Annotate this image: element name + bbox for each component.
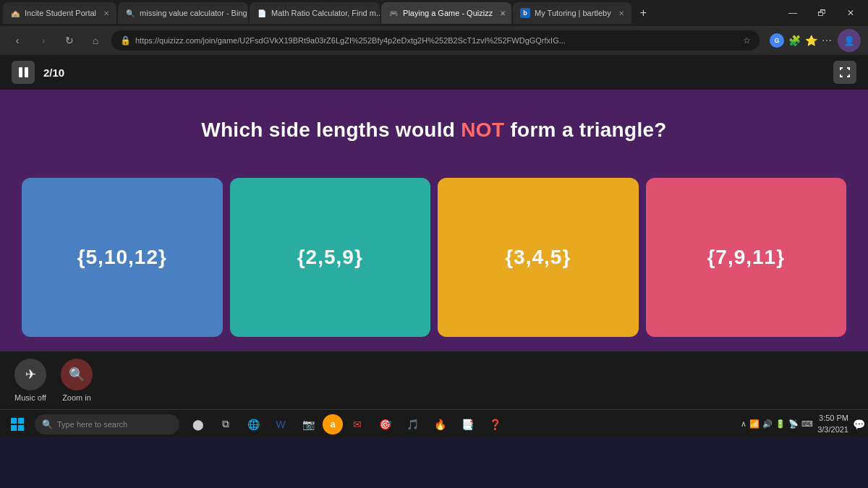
url-text: https://quizizz.com/join/game/U2FsdGVkX1… [135,36,734,45]
taskbar-gmail[interactable]: ✉ [344,411,370,437]
lock-icon: 🔒 [120,35,131,46]
svg-rect-1 [18,418,24,424]
answer-card-3[interactable]: {3,4,5} [438,178,639,337]
answer-card-4[interactable]: {7,9,11} [646,178,847,337]
pause-bar-left [19,67,22,77]
tab-quizizz[interactable]: 🎮 Playing a Game - Quizizz ✕ [381,2,511,24]
tab-favicon-bartleby: b [520,8,530,18]
profile-button[interactable]: 👤 [838,29,861,52]
music-off-button[interactable]: ✈ Music off [14,359,46,402]
taskbar-right: ∧ 📶 🔊 🔋 📡 ⌨ 3:50 PM 3/3/2021 💬 [741,413,865,435]
tab-bing[interactable]: 🔍 missing value calculator - Bing ✕ [118,2,248,24]
taskbar-app-icons: ⬤ ⧉ 🌐 W 📷 a ✉ 🎯 🎵 🔥 📑 ❓ [185,411,508,437]
svg-rect-3 [18,425,24,431]
tab-close-bartleby[interactable]: ✕ [618,9,624,17]
taskbar-search[interactable]: 🔍 Type here to search [35,414,179,435]
address-bar-icons: ☆ [743,35,751,46]
svg-rect-2 [11,425,17,431]
tab-favicon-quizizz: 🎮 [388,8,399,18]
taskbar-amazon[interactable]: a [323,414,343,435]
taskbar-cortana[interactable]: ⬤ [185,411,211,437]
tab-label-bartleby: My Tutoring | bartleby [535,9,611,17]
url-box[interactable]: 🔒 https://quizizz.com/join/game/U2FsdGVk… [111,30,760,51]
back-button[interactable]: ‹ [7,30,27,51]
bottom-bar: ✈ Music off 🔍 Zoom in [0,351,868,409]
toolbar-icons: G 🧩 ⭐ ⋯ [770,33,832,48]
zoom-in-button[interactable]: 🔍 Zoom in [61,359,93,402]
tab-favicon-math: 📄 [257,8,267,18]
question-text-before: Which side lengths would [201,119,461,141]
zoom-in-icon: 🔍 [69,367,85,382]
tab-favicon-incite: 🏫 [10,8,20,18]
game-area: Which side lengths would NOT form a tria… [0,90,868,351]
search-icon: 🔍 [42,419,53,429]
system-tray-icons: ∧ 📶 🔊 🔋 📡 ⌨ [741,419,813,429]
clock-time: 3:50 PM [817,413,848,424]
pause-button[interactable] [12,61,35,84]
refresh-button[interactable]: ↻ [59,30,80,51]
tab-bar: 🏫 Incite Student Portal ✕ 🔍 missing valu… [0,0,868,26]
answer-label-3: {3,4,5} [505,246,571,269]
answer-card-1[interactable]: {5,10,12} [22,178,223,337]
network-icon[interactable]: 📶 [749,419,760,429]
system-clock[interactable]: 3:50 PM 3/3/2021 [817,413,848,435]
taskbar-word[interactable]: W [268,411,294,437]
answer-label-4: {7,9,11} [707,246,785,269]
question-text-after: form a triangle? [504,119,666,141]
taskbar-sticky[interactable]: 📑 [454,411,480,437]
taskbar: 🔍 Type here to search ⬤ ⧉ 🌐 W 📷 a ✉ 🎯 🎵 … [0,409,868,438]
tab-close-incite[interactable]: ✕ [103,9,109,17]
music-off-icon: ✈ [25,367,36,382]
close-button[interactable]: ✕ [836,0,865,26]
taskbar-help[interactable]: ❓ [482,411,508,437]
fullscreen-icon [839,67,851,78]
clock-date: 3/3/2021 [817,424,848,435]
tab-math[interactable]: 📄 Math Ratio Calculator, Find m... ✕ [250,2,380,24]
address-bar: ‹ › ↻ ⌂ 🔒 https://quizizz.com/join/game/… [0,26,868,55]
taskbar-task-view[interactable]: ⧉ [213,411,239,437]
music-off-label: Music off [14,393,46,402]
forward-button[interactable]: › [33,30,54,51]
zoom-in-label: Zoom in [62,393,91,402]
answer-card-2[interactable]: {2,5,9} [230,178,431,337]
answer-label-2: {2,5,9} [297,246,363,269]
battery-icon[interactable]: 🔋 [775,419,786,429]
extensions-icon[interactable]: 🧩 [788,35,801,46]
favorites-icon[interactable]: ⭐ [805,35,817,46]
tab-label-incite: Incite Student Portal [25,9,96,17]
restore-button[interactable]: 🗗 [807,0,836,26]
answer-label-1: {5,10,12} [77,246,167,269]
tab-bartleby[interactable]: b My Tutoring | bartleby ✕ [513,2,631,24]
wifi-icon[interactable]: 📡 [788,419,799,429]
home-button[interactable]: ⌂ [85,30,106,51]
chevron-up-icon[interactable]: ∧ [741,419,746,429]
windows-logo-icon [11,418,24,431]
start-button[interactable] [3,410,32,439]
keyboard-icon[interactable]: ⌨ [801,419,813,429]
star-icon[interactable]: ☆ [743,35,751,46]
tab-label-quizizz: Playing a Game - Quizizz [403,9,493,17]
taskbar-spotify[interactable]: 🎵 [399,411,425,437]
tab-incite[interactable]: 🏫 Incite Student Portal ✕ [3,2,116,24]
taskbar-office[interactable]: 🎯 [372,411,398,437]
search-placeholder: Type here to search [57,420,127,429]
minimize-button[interactable]: — [778,0,807,26]
volume-icon[interactable]: 🔊 [762,419,773,429]
taskbar-fire[interactable]: 🔥 [427,411,453,437]
fullscreen-button[interactable] [833,61,856,84]
pause-bar-right [25,67,28,77]
taskbar-edge[interactable]: 🌐 [240,411,266,437]
question-counter: 2/10 [43,67,64,79]
question-text: Which side lengths would NOT form a tria… [201,119,667,142]
game-header: 2/10 [0,55,868,90]
tab-favicon-bing: 🔍 [125,8,135,18]
notification-icon[interactable]: 💬 [853,419,865,430]
taskbar-zoom[interactable]: 📷 [295,411,321,437]
tab-label-math: Math Ratio Calculator, Find m... [271,9,380,17]
question-highlight: NOT [461,119,504,141]
window-controls: — 🗗 ✕ [778,0,865,26]
music-off-icon-bg: ✈ [14,359,46,390]
new-tab-button[interactable]: + [633,7,654,20]
browser-settings-icon[interactable]: ⋯ [822,35,832,46]
tab-close-quizizz[interactable]: ✕ [500,9,506,17]
